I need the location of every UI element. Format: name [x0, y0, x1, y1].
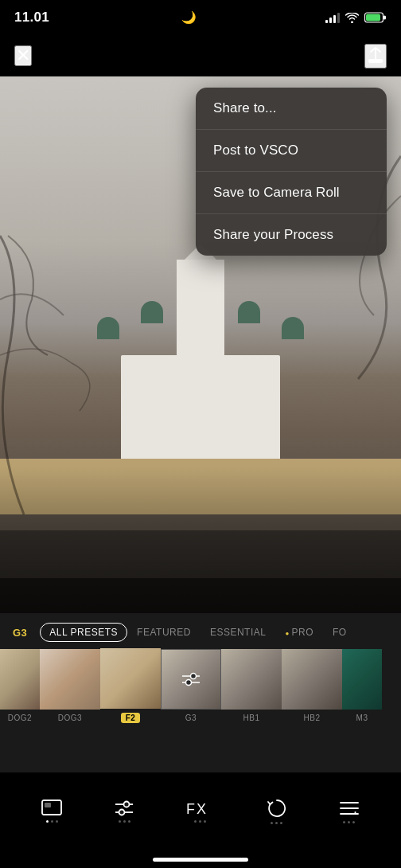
upload-share-button[interactable] — [364, 44, 387, 68]
close-button[interactable]: ✕ — [14, 45, 32, 66]
adjust-sliders-icon — [114, 800, 134, 817]
dot-active — [46, 820, 49, 823]
dot — [194, 820, 197, 823]
photo-vignette — [0, 467, 401, 626]
dot — [343, 821, 345, 823]
current-preset-label: G3 — [13, 627, 27, 639]
fx-dots — [194, 820, 206, 823]
status-time: 11.01 — [14, 10, 49, 25]
svg-point-13 — [119, 809, 125, 815]
filter-dog2[interactable]: DOG2 — [0, 649, 40, 722]
adjust-icon — [181, 670, 200, 689]
svg-point-7 — [186, 680, 192, 686]
dot — [119, 820, 121, 823]
top-toolbar: ✕ — [0, 35, 401, 76]
presets-dots — [343, 821, 355, 823]
toolbar-studio[interactable] — [41, 800, 62, 823]
svg-rect-8 — [42, 800, 61, 815]
dot — [123, 820, 126, 823]
filter-g3[interactable]: G3 — [161, 649, 221, 722]
history-icon — [267, 798, 287, 819]
filter-dog3[interactable]: DOG3 — [40, 649, 100, 722]
filter-hb1[interactable]: HB1 — [221, 649, 282, 722]
dot — [199, 820, 201, 823]
signal-icon — [325, 12, 340, 23]
bottom-toolbar: FX — [0, 779, 401, 843]
dot — [56, 820, 58, 823]
filter-m3[interactable]: M3 — [342, 649, 382, 722]
tab-featured[interactable]: FEATURED — [127, 623, 200, 642]
filter-f2[interactable]: F2 — [100, 648, 161, 723]
svg-point-12 — [124, 801, 130, 807]
filter-hb2-label: HB2 — [304, 714, 321, 722]
filter-dog2-label: DOG2 — [8, 714, 32, 722]
tab-fo[interactable]: FO — [323, 623, 356, 642]
status-icons — [325, 12, 387, 23]
history-dots — [271, 822, 282, 824]
status-bar: 11.01 🌙 — [0, 0, 401, 35]
menu-item-share-to[interactable]: Share to... — [196, 88, 387, 130]
menu-item-post-vsco[interactable]: Post to VSCO — [196, 130, 387, 172]
adjust-dots — [119, 820, 130, 823]
filter-hb1-label: HB1 — [243, 714, 260, 722]
fx-icon: FX — [186, 800, 215, 817]
presets-icon — [339, 799, 360, 818]
filter-dog3-label: DOG3 — [58, 714, 82, 722]
dot — [280, 822, 282, 824]
tab-all-presets[interactable]: ALL PRESETS — [40, 623, 127, 642]
toolbar-presets[interactable] — [339, 799, 360, 823]
dot — [348, 821, 350, 823]
filter-hb2[interactable]: HB2 — [282, 649, 342, 722]
dot — [275, 822, 278, 824]
toolbar-fx[interactable]: FX — [186, 800, 215, 823]
toolbar-history[interactable] — [267, 798, 287, 824]
svg-rect-2 — [366, 14, 380, 22]
studio-icon — [41, 800, 62, 817]
dot — [204, 820, 206, 823]
menu-item-save-camera[interactable]: Save to Camera Roll — [196, 172, 387, 214]
tab-essential[interactable]: ESSENTIAL — [200, 623, 276, 642]
studio-dots — [46, 820, 58, 823]
svg-text:FX: FX — [186, 801, 208, 817]
wifi-icon — [345, 13, 359, 23]
tab-pro[interactable]: PRO — [275, 623, 323, 642]
filter-bar: G3 ALL PRESETS FEATURED ESSENTIAL PRO FO… — [0, 613, 401, 772]
home-indicator — [153, 858, 248, 862]
svg-rect-1 — [383, 16, 386, 20]
svg-rect-3 — [369, 60, 382, 62]
moon-icon: 🌙 — [181, 10, 197, 25]
svg-rect-9 — [45, 803, 51, 807]
menu-item-share-process[interactable]: Share your Process — [196, 214, 387, 256]
toolbar-adjust[interactable] — [114, 800, 134, 823]
filter-tabs: G3 ALL PRESETS FEATURED ESSENTIAL PRO FO — [0, 613, 401, 648]
battery-icon — [364, 12, 387, 23]
dropdown-menu: Share to... Post to VSCO Save to Camera … — [196, 88, 387, 256]
dot — [51, 820, 53, 823]
dot — [352, 821, 355, 823]
filter-g3-label: G3 — [185, 714, 197, 722]
filter-f2-label: F2 — [121, 713, 141, 723]
svg-point-6 — [191, 674, 197, 679]
dot — [128, 820, 130, 823]
filter-thumbnails: DOG2 DOG3 F2 — [0, 648, 401, 729]
filter-m3-label: M3 — [356, 714, 368, 722]
dot — [271, 822, 273, 824]
